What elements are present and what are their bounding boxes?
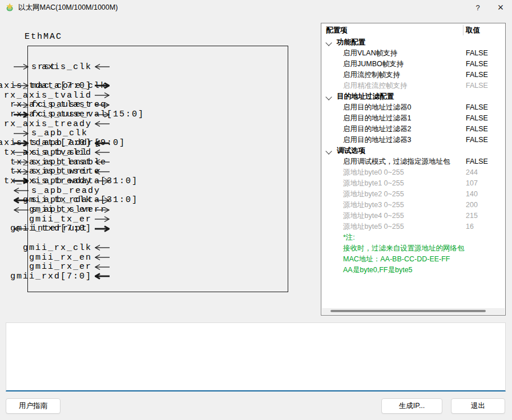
arrow-right-icon <box>14 130 29 137</box>
arrow-right-icon <box>95 225 110 232</box>
config-row-value[interactable]: FALSE <box>466 59 488 70</box>
config-row-value[interactable]: FALSE <box>466 70 488 80</box>
config-row-value[interactable]: FALSE <box>466 102 488 113</box>
exit-button[interactable]: 退出 <box>451 398 505 414</box>
arrow-left-icon <box>95 140 110 147</box>
config-group-row[interactable]: 功能配置 <box>321 37 505 48</box>
app-icon <box>5 3 14 12</box>
config-row-label: 启用精准流控帧支持 <box>343 80 408 91</box>
config-row-value[interactable]: 140 <box>466 189 478 200</box>
arrow-left-icon <box>95 254 110 261</box>
port-label: axis_clk <box>42 62 92 72</box>
arrow-left-icon <box>95 63 110 70</box>
port-gmii_txd70: gmii_txd[7:0] <box>10 224 110 234</box>
config-note-row: *注: <box>321 232 505 243</box>
port-label: rx_axis_tuser <box>10 110 92 119</box>
config-row-label: 功能配置 <box>337 37 365 48</box>
generate-ip-button[interactable]: 生成IP... <box>381 398 442 414</box>
port-label: rx_axis_tdata[7:0] <box>0 81 92 91</box>
arrow-right-icon <box>14 63 29 70</box>
port-label: gmii_txd[7:0] <box>10 224 92 233</box>
arrow-left-icon <box>14 187 29 194</box>
config-item-row[interactable]: 源地址byte0 0~255244 <box>321 167 505 178</box>
arrow-right-icon <box>95 92 110 99</box>
config-item-row[interactable]: 源地址byte2 0~255140 <box>321 189 505 200</box>
port-rx_axis_tdata70: rx_axis_tdata[7:0] <box>0 80 110 91</box>
config-item-row[interactable]: 启用VLAN帧支持FALSE <box>321 48 505 59</box>
dialog-window: 以太网MAC(10M/100M/1000M) ? × EthMAC srstma… <box>0 0 512 420</box>
port-tx_axis_tuser: tx_axis_tuser <box>10 167 110 177</box>
arrow-right-icon <box>95 102 110 108</box>
config-row-label: 启用调试模式，过滤指定源地址包 <box>343 156 450 167</box>
arrow-left-icon <box>14 207 29 213</box>
port-tx_axis_tvalid: tx_axis_tvalid <box>4 147 110 158</box>
config-row-label: 目的地址过滤配置 <box>337 91 394 102</box>
port-label: tx_axis_tlast <box>10 158 92 167</box>
arrow-left-icon <box>95 120 110 127</box>
log-area[interactable] <box>6 322 506 391</box>
config-item-row[interactable]: 源地址byte3 0~255200 <box>321 200 505 211</box>
port-axis_clk: axis_clk <box>42 62 110 72</box>
chevron-down-icon[interactable] <box>325 148 332 154</box>
port-s_apb_clk: s_apb_clk <box>14 128 88 139</box>
arrow-right-icon <box>95 216 110 223</box>
config-item-row[interactable]: 启用目的地址过滤器2FALSE <box>321 124 505 135</box>
window-title: 以太网MAC(10M/100M/1000M) <box>18 3 118 13</box>
port-label: gmii_rx_clk <box>23 243 92 253</box>
config-row-label: 启用目的地址过滤器2 <box>343 124 411 135</box>
config-item-row[interactable]: 启用精准流控帧支持FALSE <box>321 80 505 91</box>
port-rx_axis_tvalid: rx_axis_tvalid <box>4 90 110 100</box>
config-item-row[interactable]: 启用目的地址过滤器0FALSE <box>321 102 505 113</box>
config-row-value[interactable]: FALSE <box>466 156 488 167</box>
config-item-row[interactable]: 启用目的地址过滤器1FALSE <box>321 113 505 124</box>
close-button[interactable]: × <box>489 0 512 15</box>
config-row-label: 源地址byte4 0~255 <box>343 211 404 221</box>
config-row-label: 源地址byte2 0~255 <box>343 189 404 200</box>
horizontal-scrollbar[interactable] <box>322 308 505 314</box>
chevron-down-icon[interactable] <box>325 94 332 100</box>
config-item-row[interactable]: 启用调试模式，过滤指定源地址包FALSE <box>321 156 505 167</box>
config-item-row[interactable]: 源地址byte5 0~25516 <box>321 221 505 232</box>
port-gmii_tx_clk: gmii_tx_clk <box>23 195 110 205</box>
port-label: tx_axis_tuser <box>10 167 92 176</box>
arrow-right-icon <box>95 111 110 118</box>
arrow-right-icon <box>95 177 110 184</box>
port-tx_axis_tready: tx_axis_tready <box>4 176 110 186</box>
module-title: EthMAC <box>25 32 62 42</box>
config-item-row[interactable]: 源地址byte4 0~255215 <box>321 211 505 221</box>
arrow-right-icon <box>95 207 110 213</box>
config-item-row[interactable]: 启用流控制帧支持FALSE <box>321 70 505 80</box>
config-row-label: 启用目的地址过滤器3 <box>343 135 411 146</box>
config-row-value[interactable]: 200 <box>466 200 478 211</box>
config-row-value[interactable]: FALSE <box>466 48 488 59</box>
config-group-row[interactable]: 目的地址过滤配置 <box>321 91 505 102</box>
scrollbar-thumb[interactable] <box>330 310 486 312</box>
port-label: rx_axis_tready <box>4 119 92 129</box>
user-guide-button[interactable]: 用户指南 <box>6 398 61 414</box>
config-item-row[interactable]: 启用JUMBO帧支持FALSE <box>321 59 505 70</box>
help-button[interactable]: ? <box>466 0 489 15</box>
column-header-value: 取值 <box>466 26 480 35</box>
config-row-value[interactable]: 244 <box>466 167 478 178</box>
port-gmii_tx_en: gmii_tx_en <box>29 205 110 215</box>
config-row-value[interactable]: FALSE <box>466 113 488 124</box>
config-row-value[interactable]: 215 <box>466 211 478 221</box>
port-label: s_apb_ready <box>31 186 100 196</box>
config-item-row[interactable]: 启用目的地址过滤器3FALSE <box>321 135 505 146</box>
port-tx_axis_tdata70: tx_axis_tdata[7:0] <box>0 138 110 148</box>
config-row-value[interactable]: 16 <box>466 221 474 232</box>
config-row-label: 启用目的地址过滤器0 <box>343 102 411 113</box>
chevron-down-icon[interactable] <box>325 39 332 46</box>
arrow-left-icon <box>95 244 110 251</box>
config-row-label: *注: <box>343 232 355 243</box>
port-gmii_rx_en: gmii_rx_en <box>29 252 110 262</box>
config-row-value[interactable]: FALSE <box>466 135 488 146</box>
config-row-value[interactable]: FALSE <box>466 80 488 91</box>
config-row-value[interactable]: FALSE <box>466 124 488 135</box>
config-group-row[interactable]: 调试选项 <box>321 146 505 156</box>
port-label: rx_axis_tlast <box>10 100 92 110</box>
port-gmii_tx_er: gmii_tx_er <box>29 214 110 224</box>
config-row-value[interactable]: 107 <box>466 178 478 189</box>
port-rx_axis_tuser: rx_axis_tuser <box>10 110 110 120</box>
config-item-row[interactable]: 源地址byte1 0~255107 <box>321 178 505 189</box>
